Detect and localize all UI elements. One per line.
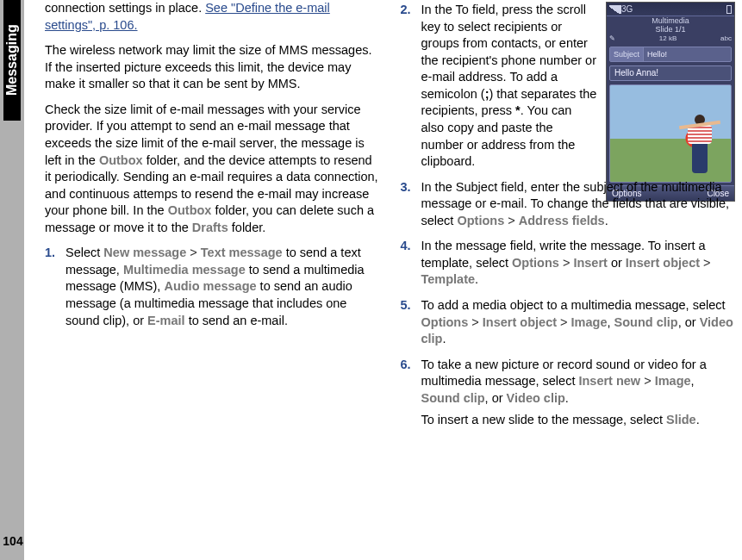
step-1: 1. Select New message > Text message to …	[45, 245, 380, 329]
text: .	[565, 391, 569, 405]
ui-options: Options	[457, 214, 504, 227]
ui-outbox: Outbox	[99, 153, 143, 167]
ui-slide: Slide	[666, 413, 696, 426]
ui-audio-message: Audio message	[164, 279, 256, 293]
ui-insert-object: Insert object	[626, 256, 700, 270]
step-6b: To insert a new slide to the message, se…	[401, 412, 736, 429]
step-5: 5. To add a media object to a multimedia…	[401, 297, 736, 348]
side-tab-bar: Messaging 104	[0, 0, 24, 560]
step-number: 5.	[401, 297, 411, 314]
para-email-limit: Check the size limit of e-mail messages …	[45, 102, 380, 237]
section-label: Messaging	[3, 0, 21, 121]
right-column: 3G Multimedia Slide 1/1 ✎ 12 kB abc Subj…	[397, 0, 736, 560]
text: to send an e-mail.	[185, 314, 288, 327]
text: or	[608, 256, 626, 270]
text: connection settings in place.	[45, 1, 205, 15]
text: To insert a new slide to the message, se…	[421, 413, 667, 426]
ui-sound-clip: Sound clip	[614, 315, 678, 329]
ui-email: E-mail	[147, 314, 185, 327]
step-number: 6.	[401, 357, 411, 374]
step-6: 6. To take a new picture or record sound…	[401, 357, 736, 408]
ui-image: Image	[571, 315, 608, 329]
step-4: 4. In the message field, write the messa…	[401, 238, 736, 289]
page-content: connection settings in place. See "Defin…	[45, 0, 735, 560]
text: ,	[691, 374, 695, 388]
step-number: 2.	[401, 2, 411, 19]
step-number: 3.	[401, 179, 411, 196]
ui-insert-object: Insert object	[483, 315, 557, 329]
ui-drafts: Drafts	[192, 221, 228, 234]
text: To add a media object to a multimedia me…	[421, 298, 726, 312]
text: , or	[678, 315, 700, 329]
text: .	[605, 214, 608, 227]
step-2: 2. In the To field, press the scroll key…	[401, 2, 736, 171]
step-number: 1.	[45, 245, 55, 262]
separator: >	[557, 315, 571, 329]
para-settings: connection settings in place. See "Defin…	[45, 0, 380, 34]
separator: >	[504, 214, 519, 227]
ui-new-message: New message	[103, 246, 186, 259]
ui-insert: Insert	[573, 256, 608, 270]
separator: >	[468, 315, 483, 329]
left-column: connection settings in place. See "Defin…	[45, 0, 383, 560]
ui-options: Options	[421, 315, 469, 329]
steps-right: 2. In the To field, press the scroll key…	[401, 2, 736, 407]
step-number: 4.	[401, 238, 411, 255]
para-mms-limit: The wireless network may limit the size …	[45, 42, 380, 93]
ui-address-fields: Address fields	[519, 214, 605, 227]
step-3: 3. In the Subject field, enter the subje…	[401, 179, 736, 230]
text: In the To field, press the scroll key to…	[421, 3, 596, 101]
ui-template: Template	[421, 272, 476, 286]
ui-sound-clip: Sound clip	[421, 391, 485, 405]
text: .	[475, 272, 478, 286]
separator: >	[640, 374, 655, 388]
separator: >	[700, 256, 711, 270]
page-number: 104	[2, 533, 24, 550]
text: .	[696, 413, 700, 426]
ui-insert-new: Insert new	[578, 374, 640, 388]
ui-multimedia-message: Multimedia message	[123, 263, 246, 277]
steps-left: 1. Select New message > Text message to …	[45, 245, 380, 329]
ui-image: Image	[655, 374, 691, 388]
separator: >	[559, 256, 574, 270]
text: ,	[607, 315, 614, 329]
separator: >	[186, 246, 201, 259]
text: Select	[65, 246, 103, 259]
ui-outbox: Outbox	[168, 203, 212, 217]
text: , or	[485, 391, 507, 405]
ui-text-message: Text message	[201, 246, 283, 259]
ui-options: Options	[512, 256, 559, 270]
text: folder.	[228, 221, 266, 234]
text: .	[442, 332, 446, 345]
ui-video-clip: Video clip	[507, 391, 565, 405]
